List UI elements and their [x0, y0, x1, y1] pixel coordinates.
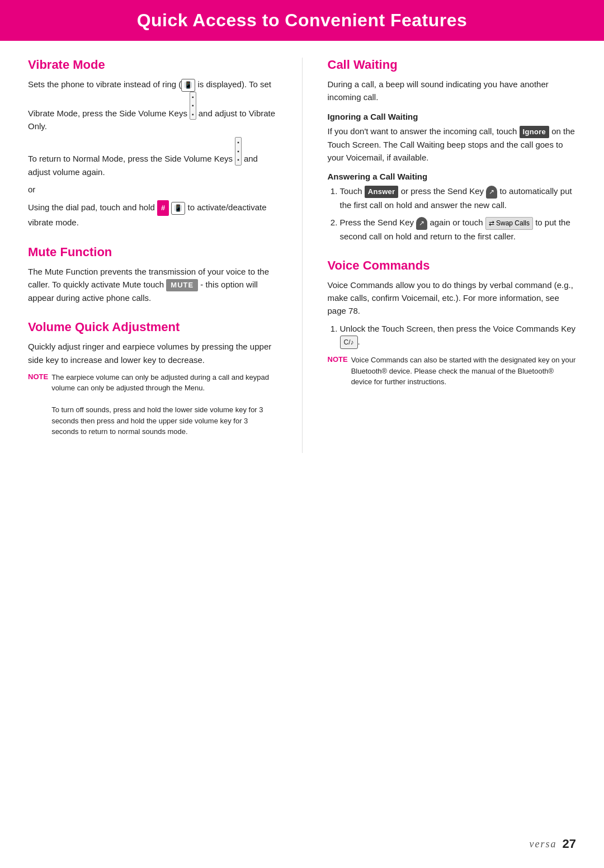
vol-key-2: ▪▪▪ — [235, 137, 242, 166]
section-volume-quick: Volume Quick Adjustment Quickly adjust r… — [28, 320, 277, 437]
vibrate-icon-2: 📳 — [171, 202, 185, 215]
vibrate-icon: 📳 — [181, 79, 195, 92]
vibrate-mode-title: Vibrate Mode — [28, 58, 277, 72]
vibrate-mode-para1: Sets the phone to vibrate instead of rin… — [28, 78, 277, 133]
answering-step-2: Press the Send Key ↗ again or touch ⇄ Sw… — [340, 216, 577, 243]
note-label-1: NOTE — [28, 372, 48, 381]
call-waiting-title: Call Waiting — [328, 58, 577, 72]
send-key-icon-1: ↗ — [486, 186, 497, 199]
ignoring-call-waiting-heading: Ignoring a Call Waiting — [328, 112, 577, 121]
answer-button-icon: Answer — [365, 186, 399, 198]
left-column: Vibrate Mode Sets the phone to vibrate i… — [28, 58, 277, 453]
ignore-button-icon: Ignore — [520, 126, 550, 138]
vibrate-mode-para3: Using the dial pad, touch and hold # 📳 t… — [28, 200, 277, 229]
voice-commands-note: NOTE Voice Commands can also be started … — [328, 355, 577, 388]
voice-commands-list: Unlock the Touch Screen, then press the … — [328, 322, 577, 350]
swap-calls-button-icon: ⇄ Swap Calls — [485, 217, 533, 230]
mute-function-title: Mute Function — [28, 245, 277, 260]
page-number: 27 — [563, 837, 576, 851]
vibrate-mode-or: or — [28, 183, 277, 196]
vibrate-mode-para2: To return to Normal Mode, press the Side… — [28, 137, 277, 178]
volume-note: NOTE The earpiece volume can only be adj… — [28, 372, 277, 437]
brand-logo: versa — [530, 838, 557, 850]
voice-commands-step-1: Unlock the Touch Screen, then press the … — [340, 322, 577, 350]
section-mute-function: Mute Function The Mute Function prevents… — [28, 245, 277, 305]
section-call-waiting: Call Waiting During a call, a beep will … — [328, 58, 577, 243]
ignoring-call-waiting-para: If you don't want to answer the incoming… — [328, 125, 577, 164]
voice-commands-para: Voice Commands allow you to do things by… — [328, 279, 577, 318]
section-voice-commands: Voice Commands Voice Commands allow you … — [328, 258, 577, 388]
vol-key-1: ▪▪▪ — [190, 92, 196, 120]
page-footer: versa 27 — [530, 837, 576, 851]
call-waiting-para: During a call, a beep will sound indicat… — [328, 78, 577, 104]
section-vibrate-mode: Vibrate Mode Sets the phone to vibrate i… — [28, 58, 277, 229]
hash-key: # — [157, 200, 169, 216]
main-content: Vibrate Mode Sets the phone to vibrate i… — [0, 41, 604, 470]
voice-commands-title: Voice Commands — [328, 258, 577, 273]
cj-key-icon: C/♪ — [340, 336, 358, 350]
answering-step-1: Touch Answer or press the Send Key ↗ to … — [340, 185, 577, 211]
mute-button-icon: MUTE — [166, 279, 198, 291]
note-label-2: NOTE — [328, 355, 348, 364]
volume-quick-title: Volume Quick Adjustment — [28, 320, 277, 334]
mute-function-para: The Mute Function prevents the transmiss… — [28, 265, 277, 305]
page-header: Quick Access to Convenient Features — [0, 0, 604, 41]
page-title: Quick Access to Convenient Features — [22, 10, 582, 31]
send-key-icon-2: ↗ — [416, 217, 427, 230]
volume-quick-para: Quickly adjust ringer and earpiece volum… — [28, 340, 277, 366]
answering-call-waiting-heading: Answering a Call Waiting — [328, 172, 577, 181]
column-divider — [302, 58, 303, 453]
note-text-1: The earpiece volume can only be adjusted… — [51, 372, 276, 437]
right-column: Call Waiting During a call, a beep will … — [328, 58, 577, 453]
note-text-2: Voice Commands can also be started with … — [351, 355, 576, 388]
answering-call-waiting-list: Touch Answer or press the Send Key ↗ to … — [328, 185, 577, 243]
